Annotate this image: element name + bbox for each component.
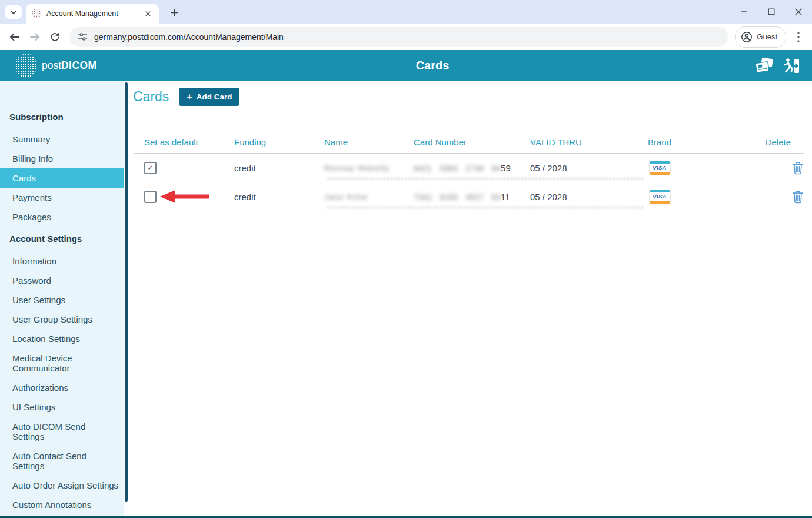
delete-card-button[interactable] <box>792 161 804 175</box>
sidebar-item-information[interactable]: Information <box>0 251 128 271</box>
app-body: Subscription Summary Billing Info Cards … <box>0 81 812 516</box>
card-group-redacted: 84 <box>491 164 501 173</box>
visa-bottom-stripe <box>650 201 670 204</box>
funding-value: credit <box>234 192 324 202</box>
new-tab-button[interactable] <box>167 5 182 19</box>
sidebar-scrollbar-track[interactable] <box>124 81 128 516</box>
logout-button[interactable] <box>783 57 800 75</box>
reload-button[interactable] <box>45 27 65 47</box>
postdicom-favicon-icon <box>32 9 41 18</box>
default-cell: ✓ <box>134 162 234 174</box>
page-title: Cards <box>133 89 169 105</box>
valid-thru-value: 05 / 2028 <box>530 192 633 202</box>
sidebar-scrollbar-thumb[interactable] <box>125 82 128 502</box>
logo-dicom: DICOM <box>61 59 96 71</box>
tab-search-chevron-button[interactable] <box>5 5 22 19</box>
visa-mid: VISA <box>650 164 670 172</box>
url-text: germany.postdicom.com/AccountManagement/… <box>94 32 284 42</box>
back-arrow-icon <box>9 32 20 42</box>
delete-card-button[interactable] <box>792 190 804 204</box>
set-default-checkbox-unchecked[interactable] <box>144 191 157 203</box>
window-bottom-edge <box>0 516 812 518</box>
forward-arrow-icon <box>29 32 40 42</box>
card-last-digits: 11 <box>501 192 510 202</box>
card-group-redacted: 7342 <box>414 192 432 202</box>
sidebar-item-user-settings[interactable]: User Settings <box>0 290 128 310</box>
sidebar-item-cards[interactable]: Cards <box>0 168 124 188</box>
profile-button[interactable]: Guest <box>735 26 786 48</box>
profile-label: Guest <box>757 32 777 41</box>
sidebar-item-packages[interactable]: Packages <box>0 207 128 227</box>
page-header-title: Cards <box>416 50 450 81</box>
sidebar-item-location-settings[interactable]: Location Settings <box>0 329 128 348</box>
sidebar-item-auto-dicom-send-settings[interactable]: Auto DICOM Send Settings <box>0 417 128 446</box>
tab-title: Account Management <box>46 9 143 18</box>
card-number-redacted: 7342 8165 4927 6311 <box>414 192 530 202</box>
sidebar-item-password[interactable]: Password <box>0 271 128 290</box>
card-group-redacted: 8421 <box>414 164 432 173</box>
card-group-last: 6311 <box>491 192 510 202</box>
sidebar-item-user-group-settings[interactable]: User Group Settings <box>0 310 128 329</box>
card-group-last: 8459 <box>491 163 510 173</box>
header-name: Name <box>324 137 414 147</box>
url-bar[interactable]: germany.postdicom.com/AccountManagement/… <box>69 27 728 47</box>
reload-icon <box>50 32 60 42</box>
header-valid-thru: VALID THRU <box>530 137 633 147</box>
cardholder-name-redacted: Jalor Kime <box>324 192 414 201</box>
card-row-1: ✓ credit Rexnay Wakefly 8421 5963 2748 8… <box>134 154 804 182</box>
minimize-icon <box>741 8 748 15</box>
card-group-redacted: 4927 <box>465 192 484 202</box>
stacked-cards-button[interactable] <box>754 57 774 75</box>
cards-table: Set as default Funding Name Card Number … <box>134 131 804 211</box>
visa-mid: VISA <box>650 192 670 201</box>
redacted-smudge <box>327 177 645 180</box>
maximize-icon <box>768 8 775 15</box>
trash-icon <box>792 190 804 204</box>
sidebar-item-summary[interactable]: Summary <box>0 130 128 149</box>
add-card-label: Add Card <box>197 92 232 101</box>
window-controls <box>731 0 812 24</box>
header-funding: Funding <box>234 137 324 147</box>
default-cell <box>134 191 234 203</box>
close-icon <box>795 8 802 15</box>
window-close-button[interactable] <box>785 0 812 24</box>
valid-thru-value: 05 / 2028 <box>530 163 633 173</box>
forward-button[interactable] <box>25 27 45 47</box>
visa-bottom-stripe <box>650 172 670 175</box>
sidebar-item-auto-contact-send-settings[interactable]: Auto Contact Send Settings <box>0 446 128 476</box>
postdicom-logo: postDICOM <box>15 54 96 78</box>
sidebar-item-payments[interactable]: Payments <box>0 188 128 207</box>
set-default-checkbox-checked[interactable]: ✓ <box>144 162 157 174</box>
card-group-redacted: 5963 <box>440 164 458 173</box>
sidebar-section-subscription: Subscription <box>0 105 128 130</box>
browser-toolbar: germany.postdicom.com/AccountManagement/… <box>0 24 812 50</box>
browser-tab-strip: Account Management <box>0 0 812 24</box>
sidebar-item-authorizations[interactable]: Authorizations <box>0 378 128 397</box>
sidebar-item-custom-annotations[interactable]: Custom Annotations <box>0 495 128 514</box>
annotation-arrow <box>160 190 211 204</box>
cardholder-name-redacted: Rexnay Wakefly <box>324 164 414 172</box>
card-last-digits: 59 <box>501 163 511 173</box>
chevron-down-icon <box>10 10 17 15</box>
window-minimize-button[interactable] <box>731 0 758 24</box>
window-maximize-button[interactable] <box>758 0 785 24</box>
postdicom-logo-text: postDICOM <box>42 59 96 72</box>
sidebar-item-medical-device-communicator[interactable]: Medical Device Communicator <box>0 348 128 378</box>
header-delete: Delete <box>766 137 804 147</box>
kebab-menu-icon <box>797 32 800 42</box>
postdicom-logo-dots-icon <box>15 54 37 78</box>
sidebar-item-billing-info[interactable]: Billing Info <box>0 149 128 168</box>
visa-logo-text: VISA <box>653 193 666 200</box>
browser-tab[interactable]: Account Management <box>26 4 159 24</box>
sidebar-item-ui-settings[interactable]: UI Settings <box>0 397 128 417</box>
card-group-redacted: 63 <box>491 192 501 202</box>
browser-menu-button[interactable] <box>791 27 806 47</box>
main-content: Cards + Add Card Set as default Funding … <box>128 81 812 516</box>
logout-icon <box>783 57 800 75</box>
tab-close-button[interactable] <box>143 9 153 19</box>
back-button[interactable] <box>5 27 25 47</box>
add-card-button[interactable]: + Add Card <box>179 88 239 106</box>
sidebar-item-auto-order-assign-settings[interactable]: Auto Order Assign Settings <box>0 476 128 495</box>
header-card-number: Card Number <box>414 137 530 147</box>
visa-logo-text: VISA <box>653 164 666 171</box>
